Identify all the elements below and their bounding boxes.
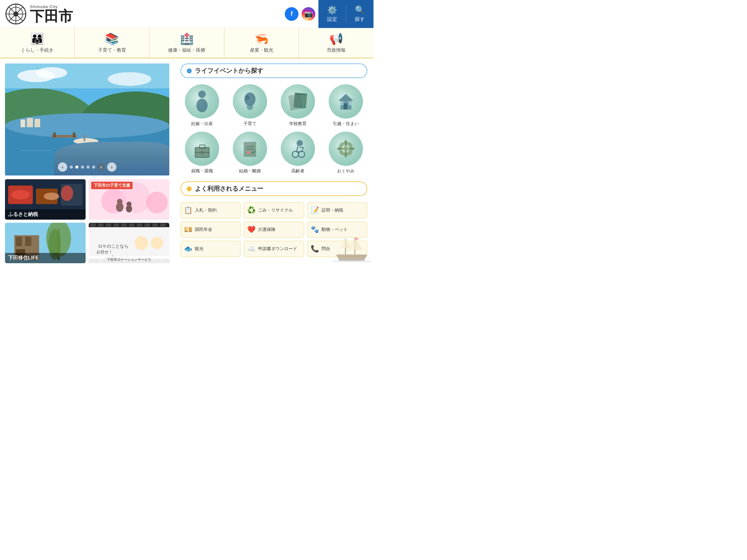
slide-pause-button[interactable]: ⏸ [98, 164, 105, 170]
svg-rect-55 [113, 223, 119, 226]
svg-point-39 [117, 199, 123, 205]
life-event-education[interactable]: 学校教育 [276, 84, 319, 127]
yellow-dot [187, 186, 192, 191]
inquiry-icon: 📞 [311, 245, 319, 253]
life-event-job[interactable]: 就職・退職 [181, 132, 224, 174]
thumbnail-grid: ふるさと納税 下田市の子育て支援 [5, 179, 169, 263]
childcare-circle [233, 84, 267, 118]
svg-rect-44 [16, 237, 22, 246]
svg-rect-16 [21, 119, 25, 127]
life-event-moving[interactable]: 引越・住まい [324, 84, 367, 127]
pension-icon: 💴 [184, 225, 192, 234]
city-icon: 📢 [329, 32, 343, 46]
instagram-icon: 📷 [304, 10, 313, 18]
menu-nursing[interactable]: ❤️ 介護保険 [244, 221, 304, 238]
moving-label: 引越・住まい [333, 121, 359, 127]
slide-dot-1[interactable] [70, 165, 73, 169]
furusato-label: ふるさと納税 [5, 209, 85, 220]
svg-rect-56 [121, 223, 127, 226]
education-label: 学校教育 [289, 121, 307, 127]
tourism-label: 観光 [195, 246, 204, 252]
life-event-elderly[interactable]: 高齢者 [276, 132, 319, 174]
svg-point-104 [344, 140, 347, 146]
thumbnail-location[interactable]: ロケのことなら お任せ！ ロケ子 × ロケ太 下田市ロケーションサービス [89, 223, 169, 263]
garbage-icon: ♻️ [247, 206, 256, 214]
nav-item-childcare[interactable]: 📚 子育て・教育 [75, 28, 149, 58]
nav-label-industry: 産業・観光 [250, 47, 273, 53]
garbage-label: ごみ・リサイクル [258, 208, 293, 213]
settings-button[interactable]: ⚙️ 設定 [318, 0, 346, 28]
tender-icon: 📋 [184, 206, 192, 214]
svg-point-105 [344, 151, 347, 157]
nav-item-life[interactable]: 👨‍👩‍👧 くらし・手続き [0, 28, 75, 58]
elderly-label: 高齢者 [291, 168, 304, 174]
freq-title: よく利用されるメニュー [195, 185, 263, 193]
marriage-label: 結婚・離婚 [239, 168, 261, 174]
pregnancy-icon [193, 90, 211, 113]
location-service-label: 下田市ロケーションサービス [89, 256, 169, 263]
facebook-icon: f [291, 10, 293, 18]
life-event-funeral[interactable]: おくやみ [324, 132, 367, 174]
thumbnail-furusato[interactable]: ふるさと納税 [5, 179, 85, 220]
download-icon: ☁️ [247, 245, 256, 253]
svg-marker-118 [355, 237, 360, 240]
menu-download[interactable]: ☁️ 申請書ダウンロード [244, 241, 304, 257]
tender-label: 入札・契約 [195, 208, 216, 213]
certificate-icon: 📝 [311, 206, 319, 214]
nav-item-city[interactable]: 📢 市政情報 [299, 28, 374, 58]
nav-item-industry[interactable]: 🦐 産業・観光 [225, 28, 299, 58]
nav-label-health: 健康・福祉・医療 [168, 47, 205, 53]
svg-point-83 [246, 95, 249, 100]
instagram-link[interactable]: 📷 [302, 7, 315, 21]
slide-dot-5[interactable] [92, 165, 95, 169]
blue-dot [187, 69, 192, 74]
menu-tender[interactable]: 📋 入札・契約 [181, 202, 240, 218]
life-event-childcare[interactable]: 子育て [229, 84, 272, 127]
svg-point-107 [348, 147, 355, 150]
svg-point-100 [297, 140, 303, 146]
slideshow: ‹ ⏸ › [5, 63, 169, 176]
facebook-link[interactable]: f [285, 7, 299, 21]
slide-dot-2[interactable] [75, 165, 78, 169]
menu-certificate[interactable]: 📝 証明・納税 [307, 202, 367, 218]
slide-dot-3[interactable] [81, 165, 84, 169]
thumbnail-kosodate[interactable]: 下田市の子育て支援 [89, 179, 169, 220]
svg-point-78 [198, 90, 206, 98]
thumbnail-ijuu[interactable]: 下田移住LIFE [5, 223, 85, 263]
svg-rect-18 [34, 119, 40, 127]
slide-prev-button[interactable]: ‹ [58, 162, 67, 172]
svg-text:お任せ！: お任せ！ [97, 249, 113, 254]
slide-dot-4[interactable] [86, 165, 89, 169]
kosodate-label-top: 下田市の子育て支援 [91, 182, 133, 189]
svg-point-101 [292, 151, 299, 157]
svg-point-32 [44, 193, 59, 200]
tourism-icon: 🐟 [184, 245, 192, 253]
svg-point-41 [127, 202, 132, 207]
header-right: f 📷 ⚙️ 設定 🔍 探す [285, 0, 368, 28]
right-column: ライフイベントから探す 妊娠・出産 [174, 58, 374, 268]
svg-rect-23 [84, 135, 85, 141]
svg-rect-60 [152, 223, 158, 226]
svg-rect-59 [145, 223, 150, 226]
menu-tourism[interactable]: 🐟 観光 [181, 241, 240, 257]
search-button[interactable]: 🔍 探す [346, 0, 374, 28]
menu-garbage[interactable]: ♻️ ごみ・リサイクル [244, 202, 304, 218]
life-events-grid: 妊娠・出産 子育て [181, 84, 367, 174]
marriage-icon [240, 139, 260, 159]
main-content: ‹ ⏸ › [0, 58, 374, 268]
slide-next-button[interactable]: › [107, 162, 117, 172]
svg-point-11 [108, 72, 151, 86]
menu-pension[interactable]: 💴 国民年金 [181, 221, 240, 238]
slide-svg [5, 63, 169, 176]
svg-rect-54 [106, 223, 111, 226]
svg-point-106 [337, 147, 343, 150]
logo-area: Shimoda City 下田市 [5, 3, 73, 25]
svg-rect-61 [160, 223, 165, 226]
svg-rect-17 [27, 118, 33, 127]
svg-rect-53 [98, 223, 104, 226]
nav-item-health[interactable]: 🏥 健康・福祉・医療 [149, 28, 224, 58]
freq-section-header: よく利用されるメニュー [181, 181, 367, 196]
life-event-pregnancy[interactable]: 妊娠・出産 [181, 84, 224, 127]
inquiry-label: 問合 [321, 246, 330, 252]
life-event-marriage[interactable]: 結婚・離婚 [229, 132, 272, 174]
